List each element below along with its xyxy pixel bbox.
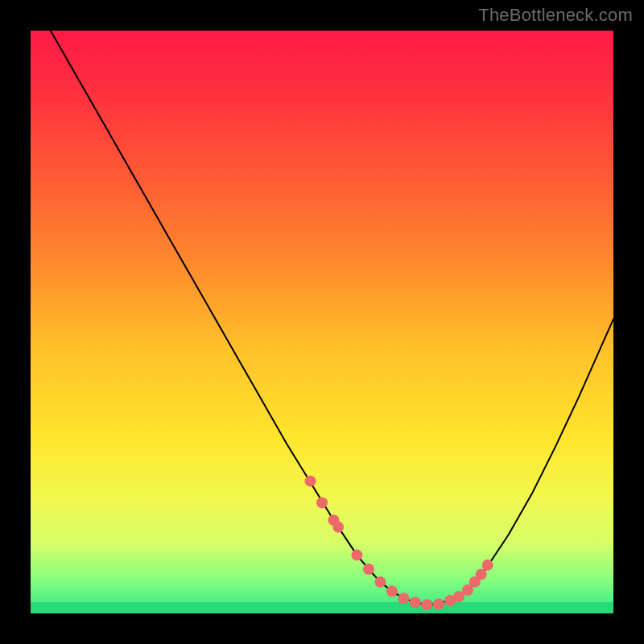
marker-dot: [305, 476, 316, 487]
marker-dot: [316, 497, 328, 508]
marker-dot: [421, 599, 432, 610]
chart-container: TheBottleneck.com: [0, 0, 644, 644]
marker-dot: [374, 576, 386, 588]
marker-dot: [332, 522, 344, 533]
marker-dot: [482, 559, 493, 571]
watermark-text: TheBottleneck.com: [478, 5, 633, 26]
marker-dot: [363, 564, 374, 575]
marker-dot: [351, 550, 362, 561]
plot-area: [31, 31, 613, 613]
chart-svg: [31, 31, 613, 613]
baseline-band: [31, 602, 613, 613]
marker-dot: [398, 592, 409, 604]
marker-dot: [410, 597, 421, 608]
marker-dot: [476, 568, 487, 580]
gradient-background: [31, 31, 613, 613]
marker-dot: [433, 598, 444, 609]
marker-dot: [386, 585, 398, 597]
